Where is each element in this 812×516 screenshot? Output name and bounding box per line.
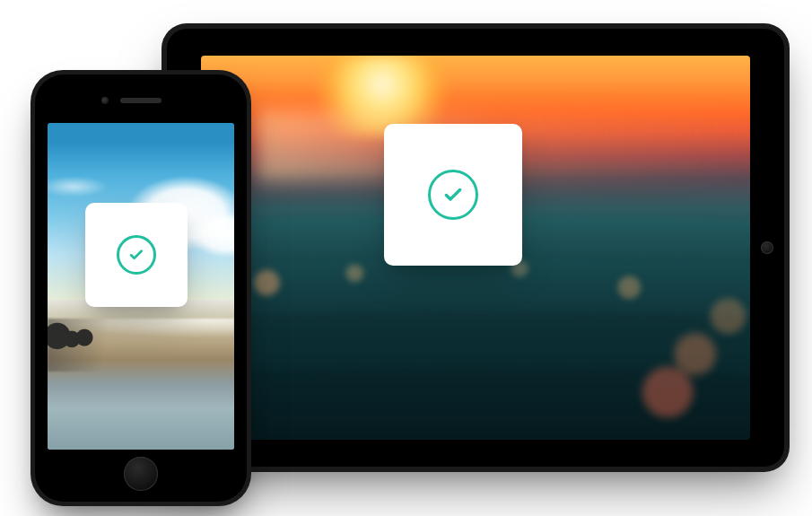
success-card-tablet [384, 124, 522, 266]
home-button-icon [124, 457, 158, 491]
rocks [48, 312, 96, 352]
checkmark-circle-icon [428, 170, 478, 220]
camera-icon [101, 97, 109, 104]
success-card-phone [85, 203, 188, 307]
device-mockup-stage [0, 0, 812, 516]
checkmark-circle-icon [117, 235, 156, 275]
home-button-icon [761, 241, 773, 254]
speaker-icon [120, 98, 162, 103]
